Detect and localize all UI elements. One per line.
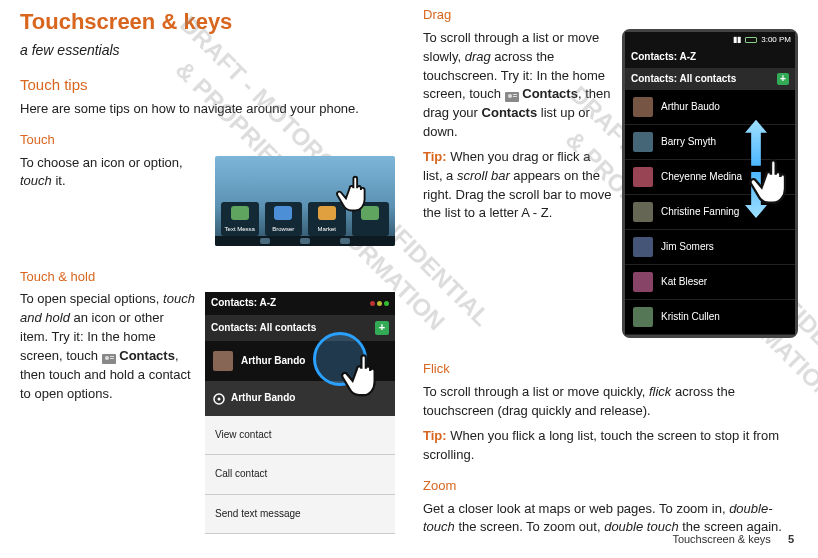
avatar-icon: [633, 97, 653, 117]
svg-rect-5: [110, 358, 114, 359]
avatar-icon: [633, 307, 653, 327]
battery-icon: [745, 37, 757, 43]
plus-icon: +: [777, 73, 789, 85]
svg-point-1: [218, 397, 221, 400]
app-icon-text: Text Messa: [221, 202, 259, 236]
window-controls-icon: [368, 296, 389, 311]
body-touch-tips: Here are some tips on how to navigate ar…: [20, 100, 395, 119]
right-column: Drag ▮▮ 3:00 PM Contacts: A-Z Contacts: …: [423, 6, 798, 544]
hand-icon: [743, 142, 813, 212]
signal-icon: ▮▮: [733, 34, 741, 46]
page-title: Touchscreen & keys: [20, 6, 395, 38]
page-subtitle: a few essentials: [20, 40, 395, 60]
heading-touch-tips: Touch tips: [20, 74, 395, 96]
contacts-icon: [102, 351, 116, 363]
figure-drag: ▮▮ 3:00 PM Contacts: A-Z Contacts: All c…: [622, 29, 798, 339]
fig-th-title: Contacts: A-Z: [211, 296, 276, 311]
heading-touch: Touch: [20, 131, 395, 150]
tip-flick: Tip: When you flick a long list, touch t…: [423, 427, 798, 465]
figure-home-screen: Text Messa Browser Market: [215, 156, 395, 246]
body-flick: To scroll through a list or move quickly…: [423, 383, 798, 421]
avatar-icon: [633, 237, 653, 257]
plus-icon: +: [375, 321, 389, 335]
avatar-icon: [633, 167, 653, 187]
page-footer: Touchscreen & keys 5: [672, 532, 794, 548]
heading-zoom: Zoom: [423, 477, 798, 496]
avatar-icon: [213, 351, 233, 371]
hand-icon: [331, 162, 387, 218]
list-item: Kristin Cullen: [625, 300, 795, 335]
footer-label: Touchscreen & keys: [672, 533, 770, 545]
svg-rect-9: [513, 96, 517, 97]
info-icon: [213, 393, 225, 405]
figure-touch-hold: Contacts: A-Z Contacts: All contacts+ Ar…: [205, 292, 395, 534]
avatar-icon: [633, 202, 653, 222]
body-touch: To choose an icon or option, touch it.: [20, 154, 205, 192]
fig-drag-subtitle: Contacts: All contacts: [631, 72, 736, 87]
avatar-icon: [633, 272, 653, 292]
svg-rect-8: [513, 94, 517, 95]
svg-point-3: [105, 356, 109, 360]
heading-drag: Drag: [423, 6, 798, 25]
context-menu-item: Call contact: [205, 455, 395, 495]
svg-point-7: [508, 94, 512, 98]
avatar-icon: [633, 132, 653, 152]
left-column: Touchscreen & keys a few essentials Touc…: [20, 6, 395, 544]
status-time: 3:00 PM: [761, 34, 791, 46]
app-icon-browser: Browser: [265, 202, 303, 236]
context-menu-item: View contact: [205, 416, 395, 456]
page-number: 5: [788, 533, 794, 545]
hand-icon: [335, 338, 401, 404]
fig-drag-title: Contacts: A-Z: [625, 47, 795, 68]
list-item: Kat Bleser: [625, 265, 795, 300]
svg-rect-4: [110, 356, 114, 357]
status-bar: ▮▮ 3:00 PM: [625, 32, 795, 48]
heading-flick: Flick: [423, 360, 798, 379]
contacts-icon: [505, 89, 519, 101]
fig-th-subtitle: Contacts: All contacts: [211, 321, 316, 336]
context-menu-item: Send text message: [205, 495, 395, 535]
heading-touch-hold: Touch & hold: [20, 268, 395, 287]
list-item: Jim Somers: [625, 230, 795, 265]
